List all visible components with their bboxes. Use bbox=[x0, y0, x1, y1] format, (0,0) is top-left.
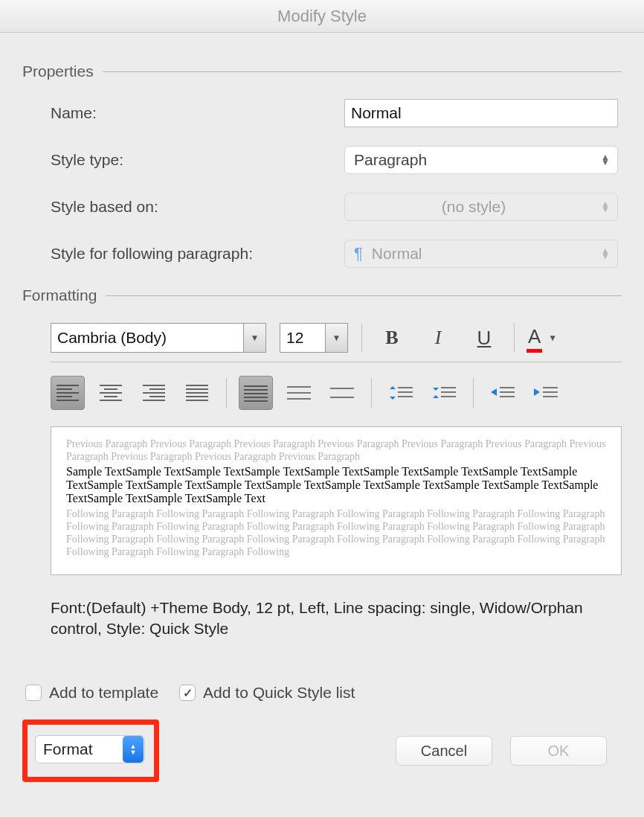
bold-button[interactable]: B bbox=[376, 323, 408, 353]
chevron-down-icon[interactable]: ▼ bbox=[325, 324, 347, 352]
pilcrow-icon: ¶ bbox=[354, 244, 363, 263]
window-titlebar: Modify Style bbox=[0, 0, 644, 33]
font-size-combo[interactable]: 12 ▼ bbox=[280, 323, 348, 353]
decrease-indent-button[interactable] bbox=[486, 376, 520, 410]
ok-button[interactable]: OK bbox=[510, 736, 607, 766]
chevron-down-icon: ▼ bbox=[548, 333, 557, 343]
line-spacing-double-button[interactable] bbox=[325, 376, 359, 410]
divider bbox=[51, 362, 622, 362]
format-button-label: Format bbox=[36, 740, 122, 758]
line-spacing-single-button[interactable] bbox=[239, 376, 273, 410]
chevron-down-icon[interactable]: ▼ bbox=[243, 324, 265, 352]
align-center-button[interactable] bbox=[94, 376, 128, 410]
separator bbox=[514, 323, 515, 353]
chevron-updown-icon: ▲▼ bbox=[123, 736, 144, 763]
section-properties-label: Properties bbox=[22, 63, 94, 80]
font-size-value: 12 bbox=[280, 324, 325, 352]
checkbox-checked-icon bbox=[179, 685, 196, 701]
add-to-template-label: Add to template bbox=[49, 684, 158, 702]
following-label: Style for following paragraph: bbox=[51, 245, 344, 263]
italic-button[interactable]: I bbox=[422, 323, 454, 353]
style-type-select[interactable]: Paragraph ▲▼ bbox=[344, 146, 618, 174]
font-color-a-icon: A bbox=[528, 325, 541, 351]
font-family-combo[interactable]: Cambria (Body) ▼ bbox=[51, 323, 266, 353]
preview-sample-text: Sample TextSample TextSample TextSample … bbox=[66, 465, 606, 505]
format-highlight-annotation: Format ▲▼ bbox=[22, 720, 159, 782]
line-spacing-1-5-button[interactable] bbox=[282, 376, 316, 410]
font-family-value: Cambria (Body) bbox=[51, 324, 243, 352]
section-properties-header: Properties bbox=[22, 63, 622, 80]
separator bbox=[371, 378, 372, 408]
following-select[interactable]: ¶ Normal ▲▼ bbox=[344, 240, 618, 268]
decrease-para-spacing-button[interactable] bbox=[427, 376, 461, 410]
preview-box: Previous Paragraph Previous Paragraph Pr… bbox=[51, 426, 622, 575]
separator bbox=[473, 378, 474, 408]
name-label: Name: bbox=[51, 104, 344, 122]
window-title: Modify Style bbox=[277, 7, 367, 26]
based-on-value: (no style) bbox=[442, 198, 506, 216]
style-type-value: Paragraph bbox=[354, 151, 427, 169]
chevron-updown-icon: ▲▼ bbox=[601, 155, 610, 165]
separator bbox=[361, 323, 362, 353]
cancel-button[interactable]: Cancel bbox=[396, 736, 492, 766]
increase-indent-button[interactable] bbox=[529, 376, 563, 410]
preview-previous-text: Previous Paragraph Previous Paragraph Pr… bbox=[66, 438, 606, 463]
divider bbox=[103, 71, 622, 72]
align-right-button[interactable] bbox=[137, 376, 171, 410]
based-on-label: Style based on: bbox=[51, 198, 344, 216]
add-to-quick-style-checkbox[interactable]: Add to Quick Style list bbox=[179, 684, 355, 702]
section-formatting-header: Formatting bbox=[22, 286, 622, 304]
chevron-updown-icon: ▲▼ bbox=[601, 202, 610, 212]
name-input[interactable] bbox=[344, 99, 618, 127]
align-left-button[interactable] bbox=[51, 376, 85, 410]
add-to-template-checkbox[interactable]: Add to template bbox=[25, 684, 158, 702]
separator bbox=[226, 378, 227, 408]
increase-para-spacing-button[interactable] bbox=[384, 376, 418, 410]
chevron-updown-icon: ▲▼ bbox=[601, 249, 610, 259]
checkbox-icon bbox=[25, 685, 42, 701]
add-to-quick-style-label: Add to Quick Style list bbox=[203, 684, 355, 702]
preview-following-text: Following Paragraph Following Paragraph … bbox=[66, 507, 606, 558]
ok-button-label: OK bbox=[548, 743, 570, 760]
following-value: Normal bbox=[372, 245, 422, 263]
section-formatting-label: Formatting bbox=[22, 286, 97, 304]
cancel-button-label: Cancel bbox=[421, 743, 467, 760]
align-justify-button[interactable] bbox=[180, 376, 214, 410]
divider bbox=[106, 295, 622, 296]
format-menu-button[interactable]: Format ▲▼ bbox=[35, 735, 145, 763]
style-description: Font:(Default) +Theme Body, 12 pt, Left,… bbox=[22, 597, 622, 639]
style-type-label: Style type: bbox=[51, 151, 344, 169]
font-color-button[interactable]: A ▼ bbox=[528, 325, 557, 351]
based-on-select[interactable]: (no style) ▲▼ bbox=[344, 193, 618, 221]
underline-button[interactable]: U bbox=[468, 323, 500, 353]
